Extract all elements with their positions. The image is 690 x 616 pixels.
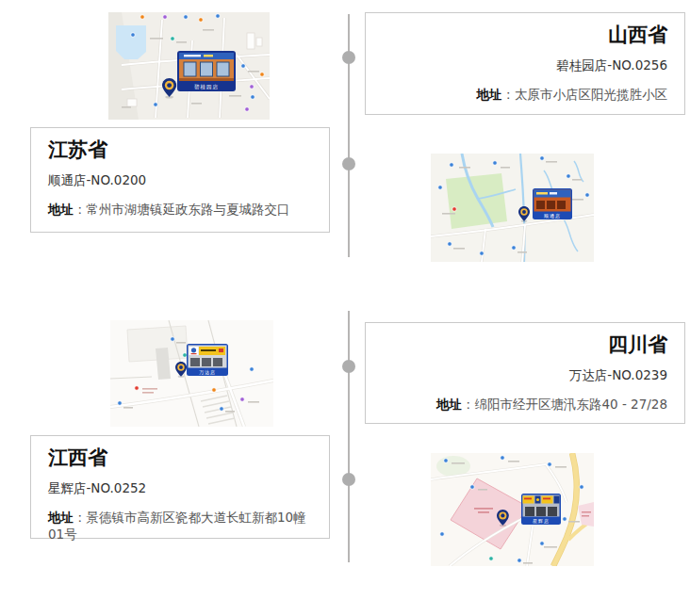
address-colon: ： [74,202,87,217]
store-map-jiangxi: 星辉店 [431,453,594,566]
map-image: 星辉店 [431,453,594,566]
timeline-dot [342,51,355,64]
store-address: 地址：常州市湖塘镇延政东路与夏城路交口 [48,202,312,219]
store-location-timeline: 碧桂园店 山西省 碧桂园店-NO.0256 地址：太原市小店区阳光揽胜小区 江苏… [0,0,690,616]
store-card-shanxi: 山西省 碧桂园店-NO.0256 地址：太原市小店区阳光揽胜小区 [365,12,685,115]
address-label: 地址 [48,202,74,217]
address-colon: ： [74,510,87,525]
store-name: 顺通店-NO.0200 [48,172,312,189]
store-photo-marker: 顺通店 [533,188,572,219]
park-area [446,173,507,229]
store-card-sichuan: 四川省 万达店-NO.0239 地址：绵阳市经开区塘汛东路40 - 27/28 [365,322,685,424]
map-image: 顺通店 [431,154,594,262]
map-image: 碧桂园店 [108,12,270,120]
store-name: 碧桂园店-NO.0256 [383,57,667,74]
store-map-sichuan: 万达店 [110,320,273,427]
map-marker-label: 万达店 [199,369,216,375]
address-label: 地址 [477,87,502,102]
address-label: 地址 [436,397,462,412]
map-image: 万达店 [110,320,273,427]
address-text: 绵阳市经开区塘汛东路40 - 27/28 [474,397,667,412]
store-photo-marker: 万达店 [187,344,228,376]
province-title: 江西省 [48,446,312,470]
store-photo-marker: 星辉店 [521,494,561,525]
map-marker-label: 碧桂园店 [194,84,219,90]
store-map-shanxi: 碧桂园店 [108,12,270,120]
address-text: 常州市湖塘镇延政东路与夏城路交口 [87,202,290,217]
address-text: 太原市小店区阳光揽胜小区 [515,87,667,102]
province-title: 山西省 [383,24,667,47]
province-title: 四川省 [383,333,667,357]
store-name: 万达店-NO.0239 [383,367,667,384]
map-marker-label: 星辉店 [533,518,550,524]
store-map-jiangsu: 顺通店 [431,154,594,262]
timeline-dot [342,473,355,486]
address-colon: ： [502,87,516,102]
timeline-dot [342,157,355,170]
address-label: 地址 [48,510,74,525]
timeline-dot [342,360,355,373]
store-name: 星辉店-NO.0252 [48,480,312,497]
store-photo-marker: 碧桂园店 [177,51,236,91]
province-title: 江苏省 [48,138,312,162]
address-colon: ： [462,397,475,412]
address-text: 景德镇市高新区瓷都大道长虹新都10幢01号 [48,510,306,542]
store-address: 地址：景德镇市高新区瓷都大道长虹新都10幢01号 [48,510,312,543]
map-marker-label: 顺通店 [544,213,561,219]
store-card-jiangxi: 江西省 星辉店-NO.0252 地址：景德镇市高新区瓷都大道长虹新都10幢01号 [30,435,330,539]
store-address: 地址：绵阳市经开区塘汛东路40 - 27/28 [383,397,667,413]
store-address: 地址：太原市小店区阳光揽胜小区 [383,87,667,104]
water-area [116,25,146,59]
timeline-line [348,311,350,562]
store-card-jiangsu: 江苏省 顺通店-NO.0200 地址：常州市湖塘镇延政东路与夏城路交口 [30,127,330,233]
